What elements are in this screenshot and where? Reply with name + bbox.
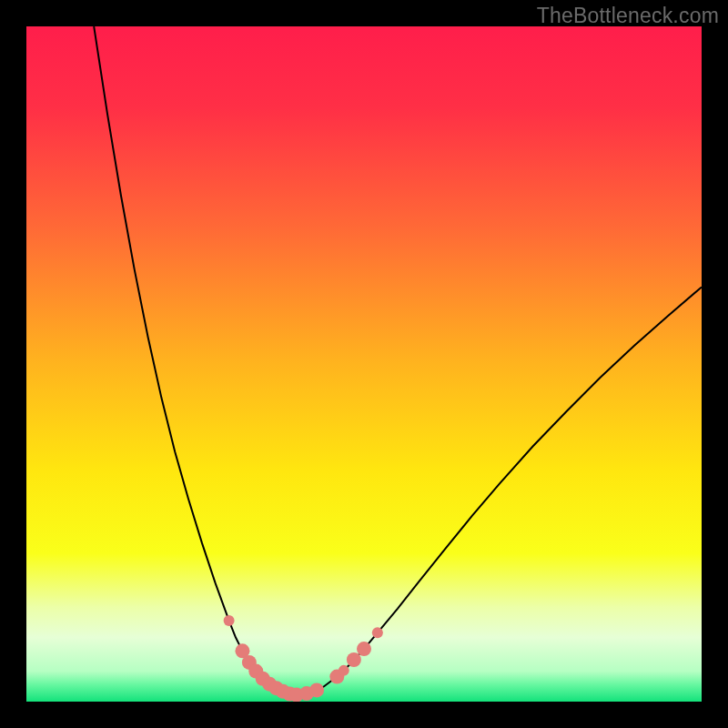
chart-frame bbox=[26, 26, 702, 702]
watermark-text: TheBottleneck.com bbox=[537, 4, 719, 28]
bottleneck-chart-svg bbox=[26, 26, 702, 702]
highlight-point bbox=[309, 682, 324, 697]
highlight-point bbox=[339, 665, 349, 676]
highlight-point bbox=[372, 627, 383, 638]
gradient-background bbox=[26, 26, 702, 702]
highlight-point bbox=[347, 652, 361, 667]
highlight-point bbox=[357, 642, 371, 656]
highlight-point bbox=[224, 615, 235, 626]
